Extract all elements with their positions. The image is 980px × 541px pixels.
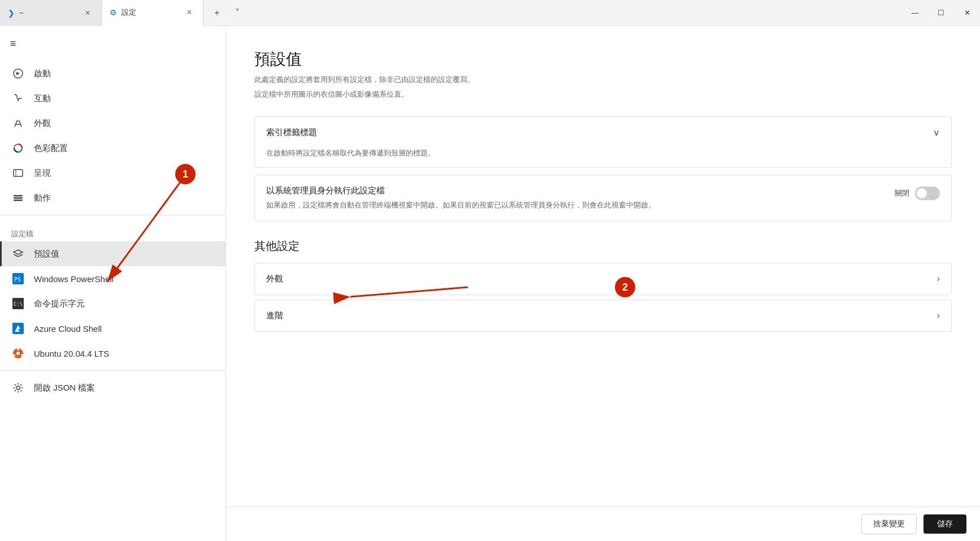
terminal-icon: ❯ [8, 8, 15, 18]
sidebar-item-cmd-label: 命令提示字元 [34, 298, 85, 309]
sidebar-item-interaction-label: 互動 [34, 93, 51, 104]
nav-card-appearance[interactable]: 外觀 › [254, 263, 952, 295]
tab-actions: + ˅ [203, 0, 251, 26]
admin-card-control: 關閉 [895, 187, 940, 200]
sidebar-item-cmd[interactable]: C:\ 命令提示字元 [0, 291, 226, 316]
index-tab-desc: 在啟動時將設定檔名稱取代為要傳遞到殼層的標題。 [255, 148, 951, 167]
sidebar-section-profiles: 設定檔 [0, 220, 226, 241]
cmd-icon: C:\ [11, 298, 25, 309]
app-container: ≡ 啟動 互動 外觀 [0, 26, 980, 541]
page-subtitle: 此處定義的設定將套用到所有設定檔，除非已由設定檔的設定覆寫。 [254, 75, 952, 85]
sidebar-divider-2 [0, 370, 226, 371]
title-bar: ❯ ~ ✕ ⚙ 設定 ✕ + ˅ — ☐ ✕ [0, 0, 980, 26]
toggle-knob [917, 188, 927, 198]
toggle-label: 關閉 [895, 188, 909, 198]
admin-card: 以系統管理員身分執行此設定檔 如果啟用，設定檔將會自動在管理終端機視窗中開啟。如… [254, 175, 952, 222]
sidebar-item-render-label: 呈現 [34, 168, 51, 179]
admin-card-title: 以系統管理員身分執行此設定檔 [266, 185, 878, 196]
sidebar-item-json[interactable]: 開啟 JSON 檔案 [0, 375, 226, 400]
sidebar-item-color[interactable]: 色彩配置 [0, 136, 226, 161]
tab-settings-close[interactable]: ✕ [184, 7, 195, 18]
startup-icon [11, 68, 25, 79]
minimize-button[interactable]: — [902, 0, 928, 26]
close-button[interactable]: ✕ [954, 0, 980, 26]
ubuntu-icon [11, 348, 25, 359]
add-tab-button[interactable]: + [208, 4, 226, 22]
sidebar-nav-items: 啟動 互動 外觀 色彩配置 [0, 61, 226, 400]
sidebar-item-powershell[interactable]: PS Windows PowerShell [0, 266, 226, 291]
admin-card-text: 以系統管理員身分執行此設定檔 如果啟用，設定檔將會自動在管理終端機視窗中開啟。如… [266, 185, 878, 211]
tab-bar: ❯ ~ ✕ ⚙ 設定 ✕ + ˅ [0, 0, 902, 26]
tab-settings[interactable]: ⚙ 設定 ✕ [102, 0, 203, 26]
maximize-button[interactable]: ☐ [928, 0, 954, 26]
window-controls: — ☐ ✕ [902, 0, 980, 26]
interaction-icon [11, 93, 25, 104]
powershell-icon: PS [11, 273, 25, 284]
admin-card-desc: 如果啟用，設定檔將會自動在管理終端機視窗中開啟。如果目前的視窗已以系統管理員身分… [266, 200, 878, 211]
render-icon [11, 167, 25, 179]
main-content: 預設值 此處定義的設定將套用到所有設定檔，除非已由設定檔的設定覆寫。 設定檔中所… [226, 26, 980, 507]
sidebar-item-json-label: 開啟 JSON 檔案 [34, 383, 95, 393]
gear-icon [11, 382, 25, 393]
index-tab-title: 索引標籤標題 [266, 127, 933, 138]
index-tab-card: 索引標籤標題 ∨ 在啟動時將設定檔名稱取代為要傳遞到殼層的標題。 [254, 116, 952, 168]
svg-rect-10 [14, 197, 23, 199]
sidebar-item-defaults[interactable]: 預設值 [0, 241, 226, 266]
sidebar-item-defaults-label: 預設值 [34, 249, 59, 259]
svg-point-23 [16, 386, 20, 389]
layers-icon [11, 248, 25, 259]
sidebar-item-azure[interactable]: Azure Cloud Shell [0, 316, 226, 341]
page-title: 預設值 [254, 49, 952, 70]
nav-card-appearance-label: 外觀 [266, 274, 937, 284]
azure-icon [11, 323, 25, 334]
sidebar-item-powershell-label: Windows PowerShell [34, 274, 114, 284]
bottom-bar: 捨棄變更 儲存 [226, 507, 980, 541]
save-button[interactable]: 儲存 [923, 514, 966, 534]
index-tab-chevron: ∨ [933, 127, 940, 138]
color-icon [11, 142, 25, 154]
sidebar-item-azure-label: Azure Cloud Shell [34, 324, 102, 334]
sidebar-item-ubuntu[interactable]: Ubuntu 20.04.4 LTS [0, 341, 226, 366]
sidebar-item-startup[interactable]: 啟動 [0, 61, 226, 86]
index-tab-header[interactable]: 索引標籤標題 ∨ [255, 117, 951, 148]
admin-card-inner: 以系統管理員身分執行此設定檔 如果啟用，設定檔將會自動在管理終端機視窗中開啟。如… [255, 175, 951, 221]
sidebar-divider-1 [0, 215, 226, 215]
sidebar-item-appearance[interactable]: 外觀 [0, 111, 226, 136]
svg-point-21 [21, 354, 23, 357]
svg-point-19 [16, 352, 20, 355]
sidebar-menu-button[interactable]: ≡ [0, 31, 26, 57]
nav-card-appearance-chevron: › [937, 274, 940, 284]
action-icon [11, 192, 25, 204]
appearance-icon [11, 118, 25, 129]
sidebar-item-action-label: 動作 [34, 193, 51, 204]
discard-button[interactable]: 捨棄變更 [861, 514, 917, 534]
svg-rect-11 [14, 200, 23, 201]
admin-toggle[interactable] [915, 187, 940, 200]
svg-text:C:\: C:\ [14, 301, 23, 307]
sidebar: ≡ 啟動 互動 外觀 [0, 26, 226, 541]
sidebar-item-interaction[interactable]: 互動 [0, 86, 226, 111]
sidebar-item-action[interactable]: 動作 [0, 185, 226, 210]
svg-point-20 [17, 348, 19, 350]
sidebar-item-color-label: 色彩配置 [34, 143, 68, 154]
tab-terminal-label: ~ [19, 8, 24, 17]
nav-card-advanced[interactable]: 進階 › [254, 300, 952, 332]
tab-terminal[interactable]: ❯ ~ ✕ [0, 0, 102, 26]
nav-card-advanced-chevron: › [937, 310, 940, 321]
svg-rect-7 [14, 170, 23, 176]
sidebar-item-startup-label: 啟動 [34, 68, 51, 79]
svg-point-22 [13, 354, 15, 357]
svg-text:PS: PS [14, 276, 21, 283]
sidebar-item-ubuntu-label: Ubuntu 20.04.4 LTS [34, 349, 109, 358]
settings-tab-icon: ⚙ [110, 8, 117, 17]
sidebar-top: ≡ [0, 26, 226, 61]
annotation-bubble-2: 2 [615, 277, 635, 297]
annotation-bubble-1: 1 [175, 164, 196, 184]
nav-card-advanced-label: 進階 [266, 310, 937, 321]
tab-terminal-close[interactable]: ✕ [82, 7, 93, 19]
svg-rect-9 [14, 195, 23, 197]
page-subtitle2: 設定檔中所用圖示的衣信圖小或影像備系位直。 [254, 89, 952, 99]
sidebar-item-appearance-label: 外觀 [34, 118, 51, 129]
other-settings-title: 其他設定 [254, 239, 952, 254]
tab-dropdown-button[interactable]: ˅ [228, 4, 246, 22]
